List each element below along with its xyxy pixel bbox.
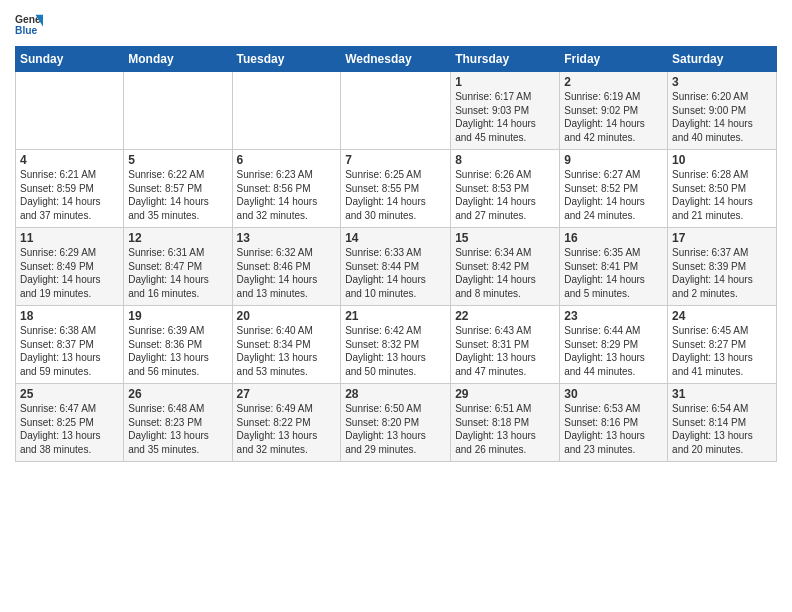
calendar-cell: 27Sunrise: 6:49 AMSunset: 8:22 PMDayligh… xyxy=(232,384,341,462)
day-info: Sunrise: 6:17 AMSunset: 9:03 PMDaylight:… xyxy=(455,90,555,144)
day-info: Sunrise: 6:34 AMSunset: 8:42 PMDaylight:… xyxy=(455,246,555,300)
calendar-cell: 5Sunrise: 6:22 AMSunset: 8:57 PMDaylight… xyxy=(124,150,232,228)
calendar-cell xyxy=(232,72,341,150)
calendar-cell: 23Sunrise: 6:44 AMSunset: 8:29 PMDayligh… xyxy=(560,306,668,384)
day-info: Sunrise: 6:38 AMSunset: 8:37 PMDaylight:… xyxy=(20,324,119,378)
day-info: Sunrise: 6:35 AMSunset: 8:41 PMDaylight:… xyxy=(564,246,663,300)
day-number: 10 xyxy=(672,153,772,167)
day-info: Sunrise: 6:44 AMSunset: 8:29 PMDaylight:… xyxy=(564,324,663,378)
calendar-cell: 6Sunrise: 6:23 AMSunset: 8:56 PMDaylight… xyxy=(232,150,341,228)
week-row-4: 18Sunrise: 6:38 AMSunset: 8:37 PMDayligh… xyxy=(16,306,777,384)
day-number: 21 xyxy=(345,309,446,323)
day-number: 1 xyxy=(455,75,555,89)
calendar-cell: 10Sunrise: 6:28 AMSunset: 8:50 PMDayligh… xyxy=(668,150,777,228)
day-number: 8 xyxy=(455,153,555,167)
calendar-cell: 26Sunrise: 6:48 AMSunset: 8:23 PMDayligh… xyxy=(124,384,232,462)
day-info: Sunrise: 6:40 AMSunset: 8:34 PMDaylight:… xyxy=(237,324,337,378)
weekday-header-row: SundayMondayTuesdayWednesdayThursdayFrid… xyxy=(16,47,777,72)
day-info: Sunrise: 6:42 AMSunset: 8:32 PMDaylight:… xyxy=(345,324,446,378)
calendar-cell: 13Sunrise: 6:32 AMSunset: 8:46 PMDayligh… xyxy=(232,228,341,306)
calendar-cell xyxy=(124,72,232,150)
day-number: 20 xyxy=(237,309,337,323)
calendar-cell: 25Sunrise: 6:47 AMSunset: 8:25 PMDayligh… xyxy=(16,384,124,462)
calendar-cell: 28Sunrise: 6:50 AMSunset: 8:20 PMDayligh… xyxy=(341,384,451,462)
day-info: Sunrise: 6:20 AMSunset: 9:00 PMDaylight:… xyxy=(672,90,772,144)
day-number: 23 xyxy=(564,309,663,323)
day-info: Sunrise: 6:37 AMSunset: 8:39 PMDaylight:… xyxy=(672,246,772,300)
day-info: Sunrise: 6:45 AMSunset: 8:27 PMDaylight:… xyxy=(672,324,772,378)
day-info: Sunrise: 6:28 AMSunset: 8:50 PMDaylight:… xyxy=(672,168,772,222)
weekday-header-tuesday: Tuesday xyxy=(232,47,341,72)
week-row-1: 1Sunrise: 6:17 AMSunset: 9:03 PMDaylight… xyxy=(16,72,777,150)
svg-text:Blue: Blue xyxy=(15,25,38,36)
calendar-cell: 17Sunrise: 6:37 AMSunset: 8:39 PMDayligh… xyxy=(668,228,777,306)
logo-icon: General Blue xyxy=(15,10,43,38)
day-number: 25 xyxy=(20,387,119,401)
calendar-cell: 1Sunrise: 6:17 AMSunset: 9:03 PMDaylight… xyxy=(451,72,560,150)
logo: General Blue xyxy=(15,10,43,38)
day-number: 14 xyxy=(345,231,446,245)
calendar-cell: 8Sunrise: 6:26 AMSunset: 8:53 PMDaylight… xyxy=(451,150,560,228)
calendar-cell: 20Sunrise: 6:40 AMSunset: 8:34 PMDayligh… xyxy=(232,306,341,384)
calendar-cell: 11Sunrise: 6:29 AMSunset: 8:49 PMDayligh… xyxy=(16,228,124,306)
weekday-header-saturday: Saturday xyxy=(668,47,777,72)
day-info: Sunrise: 6:39 AMSunset: 8:36 PMDaylight:… xyxy=(128,324,227,378)
day-number: 18 xyxy=(20,309,119,323)
day-info: Sunrise: 6:21 AMSunset: 8:59 PMDaylight:… xyxy=(20,168,119,222)
calendar-cell: 30Sunrise: 6:53 AMSunset: 8:16 PMDayligh… xyxy=(560,384,668,462)
day-number: 9 xyxy=(564,153,663,167)
calendar-cell: 15Sunrise: 6:34 AMSunset: 8:42 PMDayligh… xyxy=(451,228,560,306)
weekday-header-friday: Friday xyxy=(560,47,668,72)
day-number: 3 xyxy=(672,75,772,89)
weekday-header-thursday: Thursday xyxy=(451,47,560,72)
weekday-header-monday: Monday xyxy=(124,47,232,72)
day-info: Sunrise: 6:32 AMSunset: 8:46 PMDaylight:… xyxy=(237,246,337,300)
day-info: Sunrise: 6:53 AMSunset: 8:16 PMDaylight:… xyxy=(564,402,663,456)
day-number: 12 xyxy=(128,231,227,245)
day-info: Sunrise: 6:49 AMSunset: 8:22 PMDaylight:… xyxy=(237,402,337,456)
day-info: Sunrise: 6:33 AMSunset: 8:44 PMDaylight:… xyxy=(345,246,446,300)
calendar-cell: 29Sunrise: 6:51 AMSunset: 8:18 PMDayligh… xyxy=(451,384,560,462)
day-number: 7 xyxy=(345,153,446,167)
day-number: 15 xyxy=(455,231,555,245)
day-number: 27 xyxy=(237,387,337,401)
day-info: Sunrise: 6:51 AMSunset: 8:18 PMDaylight:… xyxy=(455,402,555,456)
day-info: Sunrise: 6:48 AMSunset: 8:23 PMDaylight:… xyxy=(128,402,227,456)
day-info: Sunrise: 6:47 AMSunset: 8:25 PMDaylight:… xyxy=(20,402,119,456)
week-row-5: 25Sunrise: 6:47 AMSunset: 8:25 PMDayligh… xyxy=(16,384,777,462)
day-info: Sunrise: 6:54 AMSunset: 8:14 PMDaylight:… xyxy=(672,402,772,456)
week-row-3: 11Sunrise: 6:29 AMSunset: 8:49 PMDayligh… xyxy=(16,228,777,306)
day-number: 4 xyxy=(20,153,119,167)
calendar-cell: 21Sunrise: 6:42 AMSunset: 8:32 PMDayligh… xyxy=(341,306,451,384)
header: General Blue xyxy=(15,10,777,38)
day-info: Sunrise: 6:19 AMSunset: 9:02 PMDaylight:… xyxy=(564,90,663,144)
weekday-header-sunday: Sunday xyxy=(16,47,124,72)
calendar-cell: 19Sunrise: 6:39 AMSunset: 8:36 PMDayligh… xyxy=(124,306,232,384)
day-info: Sunrise: 6:23 AMSunset: 8:56 PMDaylight:… xyxy=(237,168,337,222)
day-info: Sunrise: 6:25 AMSunset: 8:55 PMDaylight:… xyxy=(345,168,446,222)
day-number: 30 xyxy=(564,387,663,401)
calendar-cell: 2Sunrise: 6:19 AMSunset: 9:02 PMDaylight… xyxy=(560,72,668,150)
week-row-2: 4Sunrise: 6:21 AMSunset: 8:59 PMDaylight… xyxy=(16,150,777,228)
calendar-cell: 7Sunrise: 6:25 AMSunset: 8:55 PMDaylight… xyxy=(341,150,451,228)
calendar-cell: 16Sunrise: 6:35 AMSunset: 8:41 PMDayligh… xyxy=(560,228,668,306)
day-number: 2 xyxy=(564,75,663,89)
calendar-cell: 12Sunrise: 6:31 AMSunset: 8:47 PMDayligh… xyxy=(124,228,232,306)
calendar-table: SundayMondayTuesdayWednesdayThursdayFrid… xyxy=(15,46,777,462)
day-number: 22 xyxy=(455,309,555,323)
calendar-cell: 18Sunrise: 6:38 AMSunset: 8:37 PMDayligh… xyxy=(16,306,124,384)
day-number: 11 xyxy=(20,231,119,245)
day-number: 16 xyxy=(564,231,663,245)
calendar-cell xyxy=(16,72,124,150)
day-info: Sunrise: 6:27 AMSunset: 8:52 PMDaylight:… xyxy=(564,168,663,222)
day-info: Sunrise: 6:50 AMSunset: 8:20 PMDaylight:… xyxy=(345,402,446,456)
day-info: Sunrise: 6:31 AMSunset: 8:47 PMDaylight:… xyxy=(128,246,227,300)
day-number: 6 xyxy=(237,153,337,167)
day-number: 26 xyxy=(128,387,227,401)
calendar-cell: 24Sunrise: 6:45 AMSunset: 8:27 PMDayligh… xyxy=(668,306,777,384)
day-info: Sunrise: 6:29 AMSunset: 8:49 PMDaylight:… xyxy=(20,246,119,300)
calendar-cell: 31Sunrise: 6:54 AMSunset: 8:14 PMDayligh… xyxy=(668,384,777,462)
calendar-cell: 9Sunrise: 6:27 AMSunset: 8:52 PMDaylight… xyxy=(560,150,668,228)
calendar-cell xyxy=(341,72,451,150)
calendar-cell: 22Sunrise: 6:43 AMSunset: 8:31 PMDayligh… xyxy=(451,306,560,384)
